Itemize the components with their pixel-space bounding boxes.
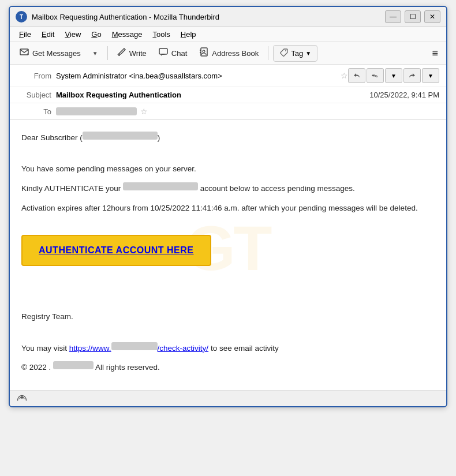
from-row: From System Administrator <ina.bea@usaal… — [10, 65, 446, 87]
subject-value: Mailbox Requesting Authentication — [56, 91, 369, 99]
maximize-button[interactable]: ☐ — [405, 10, 421, 23]
copyright-domain-blurred — [53, 361, 94, 369]
svg-text:T: T — [20, 14, 23, 20]
copyright-end: All rights reserved. — [95, 363, 160, 372]
copyright-start: © 2022 . — [21, 363, 51, 372]
footer-paragraph: You may visit https://www. /check-activi… — [21, 342, 435, 355]
subject-row: Subject Mailbox Requesting Authenticatio… — [10, 87, 446, 103]
connection-status-icon — [16, 393, 28, 404]
reply-button[interactable] — [348, 68, 365, 83]
titlebar: T Mailbox Requesting Authentication - Mo… — [10, 7, 446, 27]
forward-button[interactable] — [403, 68, 421, 83]
body-paragraph-1: You have some pending messages on your s… — [21, 163, 435, 175]
tag-dropdown-arrow: ▼ — [305, 50, 311, 57]
to-label: To — [17, 107, 51, 116]
from-label: From — [17, 72, 51, 80]
menu-go[interactable]: Go — [87, 28, 106, 40]
subscriber-name-blurred — [83, 132, 158, 140]
get-messages-icon — [19, 47, 29, 59]
email-body: GT Dear Subscriber ( ) You have some pen… — [10, 120, 446, 390]
footer-link-suffix: /check-activity/ — [158, 344, 209, 353]
tag-label: Tag — [291, 49, 303, 58]
email-date: 10/25/2022, 9:41 PM — [369, 91, 439, 99]
main-window: T Mailbox Requesting Authentication - Mo… — [9, 6, 447, 407]
more-down-arrow: ▼ — [391, 73, 397, 79]
statusbar — [10, 390, 446, 406]
email-content: Dear Subscriber ( ) You have some pendin… — [21, 132, 435, 374]
toolbar-sep-1 — [107, 46, 108, 60]
footer-start: You may visit — [21, 344, 67, 353]
minimize-button[interactable]: — — [385, 10, 401, 23]
toolbar-sep-2 — [268, 46, 268, 60]
dropdown-arrow-icon: ▼ — [92, 50, 98, 57]
email-header: From System Administrator <ina.bea@usaal… — [10, 65, 446, 120]
chat-label: Chat — [171, 49, 187, 58]
body-line2-end: account below to access pending messages… — [200, 184, 355, 193]
to-value-blurred — [56, 107, 137, 115]
body-line2-start: Kindly AUTHENTICATE your — [21, 184, 121, 193]
menu-file[interactable]: File — [14, 28, 36, 40]
footer-end: to see email activity — [211, 344, 279, 353]
to-row: To ☆ — [10, 103, 446, 119]
chat-icon — [158, 47, 169, 59]
subject-label: Subject — [17, 91, 51, 99]
get-messages-label: Get Messages — [32, 49, 81, 58]
svg-point-5 — [203, 50, 205, 53]
more-actions-button[interactable]: ▼ — [385, 68, 402, 83]
forward-down-arrow: ▼ — [428, 73, 433, 79]
get-messages-button[interactable]: Get Messages — [14, 44, 85, 62]
body-paragraph-2: Kindly AUTHENTICATE your account below t… — [21, 182, 435, 195]
menu-message[interactable]: Message — [107, 28, 147, 40]
reply-all-button[interactable] — [367, 68, 384, 83]
menubar: File Edit View Go Message Tools Help — [10, 27, 446, 42]
close-button[interactable]: ✕ — [424, 10, 440, 23]
greeting-end: ) — [158, 133, 160, 142]
address-book-button[interactable]: Address Book — [194, 44, 263, 62]
window-title: Mailbox Requesting Authentication - Mozi… — [32, 13, 385, 21]
svg-rect-6 — [200, 50, 201, 51]
menu-view[interactable]: View — [60, 28, 85, 40]
account-blurred — [123, 182, 198, 190]
footer-link-prefix: https://www. — [69, 344, 111, 353]
body-paragraph-3: Activation expires after 12hours from 10… — [21, 202, 435, 215]
from-star-icon[interactable]: ☆ — [341, 71, 348, 80]
app-icon: T — [16, 11, 27, 23]
from-value: System Administrator <ina.bea@usaallstar… — [56, 72, 337, 80]
hamburger-menu-button[interactable]: ≡ — [428, 45, 442, 62]
tag-icon — [279, 48, 289, 59]
reply-actions: ▼ ▼ — [348, 68, 439, 83]
svg-rect-7 — [200, 52, 201, 53]
window-controls: — ☐ ✕ — [385, 10, 440, 23]
to-star-icon[interactable]: ☆ — [140, 107, 148, 116]
menu-help[interactable]: Help — [176, 28, 201, 40]
write-button[interactable]: Write — [113, 45, 151, 61]
greeting-paragraph: Dear Subscriber ( ) — [21, 132, 435, 144]
chat-button[interactable]: Chat — [154, 44, 192, 62]
forward-more-button[interactable]: ▼ — [422, 68, 439, 83]
svg-rect-3 — [159, 48, 167, 54]
address-book-label: Address Book — [212, 49, 259, 58]
write-icon — [117, 47, 126, 59]
tag-button[interactable]: Tag ▼ — [273, 45, 317, 62]
authenticate-btn-container: AUTHENTICATE ACCOUNT HERE — [21, 224, 435, 276]
menu-tools[interactable]: Tools — [148, 28, 174, 40]
address-book-icon — [199, 47, 209, 59]
toolbar: Get Messages ▼ Write Chat — [10, 42, 446, 65]
copyright-paragraph: © 2022 . All rights reserved. — [21, 361, 435, 374]
authenticate-button[interactable]: AUTHENTICATE ACCOUNT HERE — [21, 235, 211, 266]
greeting-start: Dear Subscriber ( — [21, 133, 83, 142]
footer-link[interactable]: https://www. /check-activity/ — [69, 344, 208, 353]
domain-blurred — [111, 342, 158, 350]
svg-point-8 — [285, 50, 286, 51]
write-label: Write — [129, 49, 147, 58]
menu-edit[interactable]: Edit — [37, 28, 59, 40]
get-messages-dropdown[interactable]: ▼ — [88, 48, 103, 59]
registry-team: Registry Team. — [21, 310, 435, 323]
